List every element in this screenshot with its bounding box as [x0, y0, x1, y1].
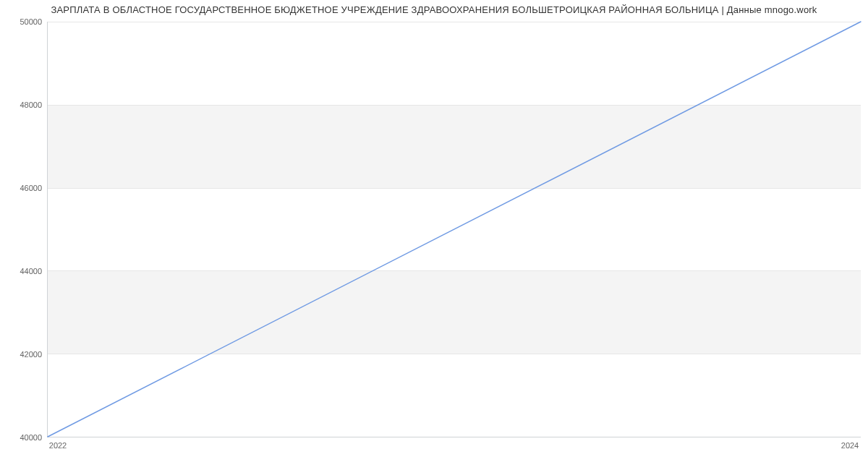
y-tick-label: 50000 [6, 17, 42, 26]
plot-area [47, 22, 861, 437]
y-tick-label: 46000 [6, 184, 42, 192]
line-series [48, 22, 861, 437]
y-tick-label: 42000 [6, 350, 42, 359]
chart-title: ЗАРПЛАТА В ОБЛАСТНОЕ ГОСУДАРСТВЕННОЕ БЮД… [0, 4, 868, 15]
y-tick-label: 40000 [6, 433, 42, 442]
y-tick-label: 48000 [6, 101, 42, 109]
x-tick-label: 2024 [841, 441, 859, 450]
x-tick-label: 2022 [49, 441, 67, 450]
chart-container: ЗАРПЛАТА В ОБЛАСТНОЕ ГОСУДАРСТВЕННОЕ БЮД… [0, 0, 868, 470]
y-tick-label: 44000 [6, 267, 42, 275]
